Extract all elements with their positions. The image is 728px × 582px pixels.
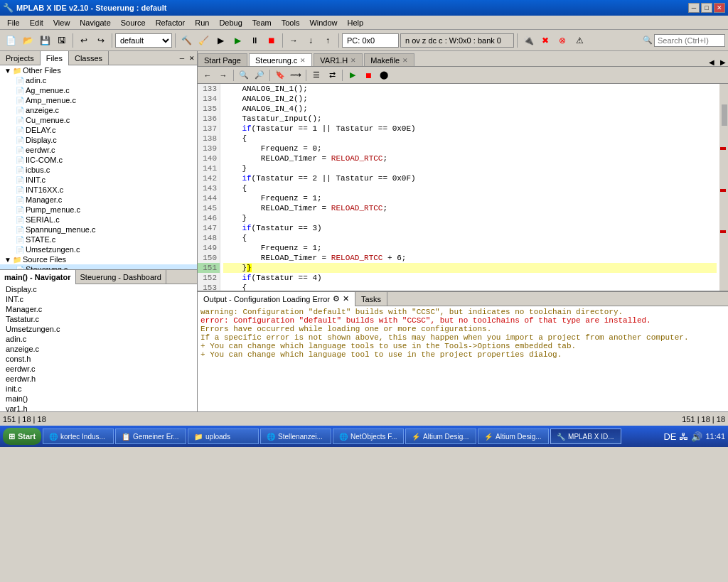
tree-item-iic-com[interactable]: 📄 IIC-COM.c — [0, 155, 197, 165]
nav-item-manager[interactable]: Manager.c — [0, 304, 197, 314]
menu-navigate[interactable]: Navigate — [75, 17, 114, 28]
warning-button[interactable]: ⚠ — [572, 33, 587, 48]
menu-debug[interactable]: Debug — [215, 17, 246, 28]
taskbar-item-kortec[interactable]: 🌐 kortec Indus... — [43, 429, 114, 444]
tab-tasks[interactable]: Tasks — [355, 292, 387, 306]
output-settings-icon[interactable]: ⚙ — [333, 294, 340, 303]
minimize-button[interactable]: ─ — [688, 3, 700, 13]
tree-item-umsetzungen[interactable]: 📄 Umsetzungen.c — [0, 244, 197, 254]
tree-item-delay[interactable]: 📄 DELAY.c — [0, 125, 197, 135]
nav-item-anzeige[interactable]: anzeige.c — [0, 344, 197, 354]
taskbar-item-altium2[interactable]: ⚡ Altium Desig... — [478, 429, 549, 444]
nav-item-const[interactable]: const.h — [0, 354, 197, 364]
menu-view[interactable]: View — [49, 17, 75, 28]
menu-help[interactable]: Help — [343, 17, 368, 28]
next-tab-button[interactable]: ▶ — [718, 58, 728, 66]
close-panel-button[interactable]: ✕ — [187, 53, 197, 63]
tree-item-adin[interactable]: 📄 adin.c — [0, 75, 197, 85]
tab-var1-h[interactable]: VAR1.H ✕ — [314, 53, 363, 66]
redo-button[interactable]: ↪ — [93, 33, 109, 48]
taskbar-item-uploads[interactable]: 📁 uploads — [188, 429, 259, 444]
error-button[interactable]: ⊗ — [555, 33, 570, 48]
save-all-button[interactable]: 🖫 — [54, 33, 70, 48]
format-button[interactable]: ☰ — [309, 69, 323, 82]
taskbar-item-stellen[interactable]: 🌐 Stellenanzei... — [260, 429, 331, 444]
nav-item-adin[interactable]: adin.c — [0, 334, 197, 344]
zoom-in-button[interactable]: 🔎 — [252, 69, 267, 82]
tab-makefile[interactable]: Makefile ✕ — [364, 53, 414, 66]
prev-tab-button[interactable]: ◀ — [707, 58, 717, 66]
tree-item-init[interactable]: 📄 INIT.c — [0, 175, 197, 185]
taskbar-item-netobjects[interactable]: 🌐 NetObjects F... — [333, 429, 404, 444]
tree-item-int16xx[interactable]: 📄 INT16XX.c — [0, 185, 197, 195]
step-out-button[interactable]: ↑ — [320, 33, 336, 48]
tree-item-amp-menue[interactable]: 📄 Amp_menue.c — [0, 95, 197, 105]
tab-files[interactable]: Files — [41, 51, 69, 65]
config-dropdown[interactable]: default — [115, 33, 172, 48]
run-button[interactable]: ▶ — [213, 33, 228, 48]
tab-close-icon[interactable]: ✕ — [350, 57, 356, 64]
pause-button[interactable]: ⏸ — [247, 33, 262, 48]
menu-tools[interactable]: Tools — [277, 17, 304, 28]
nav-item-tastatur[interactable]: Tastatur.c — [0, 314, 197, 324]
tab-navigator[interactable]: main() - Navigator — [0, 270, 76, 284]
taskbar-item-altium1[interactable]: ⚡ Altium Desig... — [405, 429, 476, 444]
stop-button[interactable]: ⏹ — [264, 33, 279, 48]
disconnect-button[interactable]: ✖ — [537, 33, 553, 48]
nav-item-main[interactable]: main() — [0, 394, 197, 404]
code-content[interactable]: ANALOG_IN_1(); ANALOG_IN_2(); ANALOG_IN_… — [220, 84, 719, 291]
window-controls[interactable]: ─ □ ✕ — [688, 3, 725, 13]
undo-button[interactable]: ↩ — [76, 33, 92, 48]
debug-start-button[interactable]: ▶ — [346, 69, 360, 82]
nav-item-var1[interactable]: var1.h — [0, 404, 197, 411]
step-into-button[interactable]: ↓ — [303, 33, 318, 48]
tab-classes[interactable]: Classes — [69, 51, 109, 65]
tree-item-anzeige[interactable]: 📄 anzeige.c — [0, 105, 197, 115]
breakpoint-button[interactable]: ⬤ — [377, 69, 391, 82]
tab-output[interactable]: Output - Configuration Loading Error ⚙ ✕ — [198, 292, 355, 306]
nav-item-init-c[interactable]: init.c — [0, 384, 197, 394]
goto-button[interactable]: ⟿ — [289, 69, 303, 82]
tab-close-icon[interactable]: ✕ — [300, 57, 306, 64]
tree-item-cu-menue[interactable]: 📄 Cu_menue.c — [0, 115, 197, 125]
taskbar-item-mplab[interactable]: 🔧 MPLAB X ID... — [550, 429, 621, 444]
save-button[interactable]: 💾 — [37, 33, 53, 48]
open-file-button[interactable]: 📂 — [20, 33, 36, 48]
minimize-panel-button[interactable]: ─ — [177, 53, 187, 63]
tree-item-state[interactable]: 📄 STATE.c — [0, 235, 197, 244]
tree-item-pump-menue[interactable]: 📄 Pump_menue.c — [0, 205, 197, 215]
build-button[interactable]: 🔨 — [178, 33, 194, 48]
zoom-out-button[interactable]: 🔍 — [237, 69, 251, 82]
nav-item-umsetzungen[interactable]: Umsetzungen.c — [0, 324, 197, 334]
start-button[interactable]: ⊞ Start — [3, 428, 41, 445]
menu-window[interactable]: Window — [305, 17, 341, 28]
back-button[interactable]: ← — [200, 69, 215, 82]
menu-source[interactable]: Source — [117, 17, 150, 28]
tree-item-serial[interactable]: 📄 SERIAL.c — [0, 215, 197, 225]
tree-item-manager[interactable]: 📄 Manager.c — [0, 195, 197, 205]
nav-item-display[interactable]: Display.c — [0, 284, 197, 294]
bookmark-button[interactable]: 🔖 — [273, 69, 287, 82]
tab-dashboard[interactable]: Steuerung - Dashboard — [76, 270, 166, 284]
clean-button[interactable]: 🧹 — [196, 33, 211, 48]
menu-team[interactable]: Team — [248, 17, 276, 28]
tree-item-eerdwr[interactable]: 📄 eerdwr.c — [0, 145, 197, 155]
debug-stop-button[interactable]: ⏹ — [361, 69, 375, 82]
menu-edit[interactable]: Edit — [26, 17, 48, 28]
taskbar-item-gemeiner[interactable]: 📋 Gemeiner Er... — [115, 429, 186, 444]
menu-file[interactable]: File — [3, 17, 24, 28]
forward-button[interactable]: → — [216, 69, 230, 82]
maximize-button[interactable]: □ — [701, 3, 712, 13]
menu-run[interactable]: Run — [191, 17, 213, 28]
tree-item-display[interactable]: 📄 Display.c — [0, 135, 197, 145]
nav-item-int[interactable]: INT.c — [0, 294, 197, 304]
tab-projects[interactable]: Projects — [0, 51, 41, 65]
tree-item-ag-menue[interactable]: 📄 Ag_menue.c — [0, 85, 197, 95]
tree-item-spannung-menue[interactable]: 📄 Spannung_menue.c — [0, 225, 197, 235]
close-button[interactable]: ✕ — [714, 3, 725, 13]
tree-other-files-folder[interactable]: ▼ 📁 Other Files — [0, 65, 197, 75]
right-scrollbar[interactable] — [719, 84, 728, 291]
output-x-icon[interactable]: ✕ — [343, 294, 349, 303]
search-input[interactable] — [654, 34, 725, 47]
tab-close-icon[interactable]: ✕ — [402, 57, 408, 64]
